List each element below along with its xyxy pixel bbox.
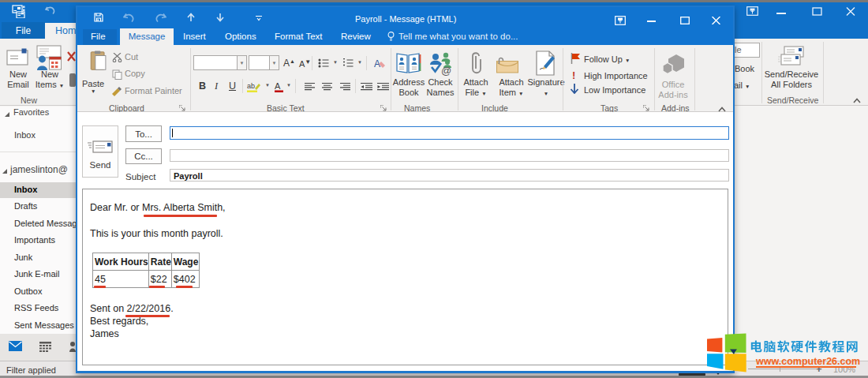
svg-text:@: @ — [441, 65, 451, 76]
svg-text:A: A — [275, 81, 281, 91]
svg-text:ab: ab — [247, 82, 255, 90]
